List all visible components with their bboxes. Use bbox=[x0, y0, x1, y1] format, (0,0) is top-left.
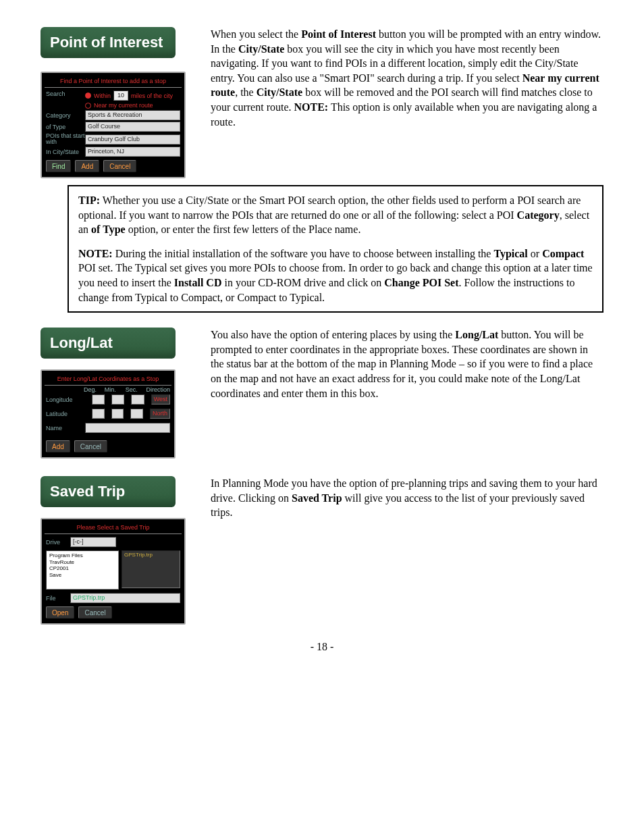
find-button[interactable]: Find bbox=[46, 160, 71, 172]
saved-dialog: Please Select a Saved Trip Drive [-c-] P… bbox=[41, 518, 186, 625]
category-label: Category bbox=[46, 112, 85, 119]
drive-label: Drive bbox=[46, 539, 68, 546]
name-input[interactable] bbox=[85, 423, 170, 433]
col-sec: Sec. bbox=[126, 386, 140, 393]
cancel-button[interactable]: Cancel bbox=[103, 160, 136, 172]
category-select[interactable]: Sports & Recreation bbox=[85, 110, 180, 120]
radio-within[interactable]: Within 10 miles of the city bbox=[85, 90, 180, 101]
lat-dir-select[interactable]: North bbox=[150, 409, 170, 419]
file-label: File bbox=[46, 595, 68, 602]
section-header-saved: Saved Trip bbox=[41, 476, 176, 507]
pois-label: POIs that start with bbox=[46, 133, 85, 145]
file-input[interactable]: GPSTrip.trp bbox=[70, 593, 180, 603]
longlat-dialog-title: Enter Long/Lat Coordinates as a Stop bbox=[45, 373, 171, 386]
open-button[interactable]: Open bbox=[46, 606, 74, 619]
drive-select[interactable]: [-c-] bbox=[70, 537, 116, 547]
tree-item[interactable]: Program Files bbox=[49, 552, 115, 559]
latitude-label: Latitude bbox=[46, 411, 85, 417]
file-list[interactable]: GPSTrip.trp bbox=[122, 550, 180, 588]
long-sec-input[interactable] bbox=[131, 394, 144, 405]
page-number: - 18 - bbox=[41, 641, 603, 653]
cancel-button[interactable]: Cancel bbox=[78, 606, 111, 619]
saved-dialog-title: Please Select a Saved Trip bbox=[45, 522, 182, 534]
saved-body-text: In Planning Mode you have the option of … bbox=[211, 476, 603, 520]
miles-input[interactable]: 10 bbox=[113, 90, 128, 101]
radio-dot-icon bbox=[85, 93, 91, 99]
folder-tree[interactable]: Program Files TravRoute CP2001 Save bbox=[46, 550, 119, 590]
lat-min-input[interactable] bbox=[111, 409, 124, 419]
radio-dot-icon bbox=[85, 103, 91, 109]
section-header-poi: Point of Interest bbox=[41, 27, 176, 58]
poi-dialog: Find a Point of Interest to add as a sto… bbox=[41, 72, 186, 178]
long-dir-select[interactable]: West bbox=[151, 394, 170, 405]
add-button[interactable]: Add bbox=[75, 160, 99, 172]
col-deg: Deg. bbox=[84, 386, 98, 393]
type-select[interactable]: Golf Course bbox=[85, 122, 180, 132]
city-input[interactable]: Princeton, NJ bbox=[85, 147, 180, 157]
lat-sec-input[interactable] bbox=[130, 409, 143, 419]
city-label: In City/State bbox=[46, 149, 85, 155]
long-deg-input[interactable] bbox=[92, 394, 105, 405]
longlat-body-text: You also have the option of entering pla… bbox=[211, 328, 603, 400]
tip-note-box: TIP: Whether you use a City/State or the… bbox=[68, 185, 603, 313]
tree-item[interactable]: Save bbox=[49, 572, 115, 579]
poi-dialog-title: Find a Point of Interest to add as a sto… bbox=[45, 76, 182, 88]
lat-deg-input[interactable] bbox=[92, 409, 105, 419]
poi-body-text: When you select the Point of Interest bu… bbox=[211, 27, 603, 129]
longlat-dialog: Enter Long/Lat Coordinates as a Stop Deg… bbox=[41, 369, 176, 459]
search-label: Search bbox=[46, 90, 85, 97]
tree-item[interactable]: CP2001 bbox=[49, 565, 115, 572]
col-min: Min. bbox=[105, 386, 119, 393]
name-label: Name bbox=[46, 425, 85, 432]
type-label: of Type bbox=[46, 124, 85, 130]
radio-near-route[interactable]: Near my current route bbox=[85, 102, 180, 109]
col-dir: Direction bbox=[146, 386, 170, 393]
tree-item[interactable]: TravRoute bbox=[49, 559, 115, 566]
add-button[interactable]: Add bbox=[46, 440, 70, 452]
section-header-longlat: Long/Lat bbox=[41, 328, 176, 359]
long-min-input[interactable] bbox=[111, 394, 124, 405]
cancel-button[interactable]: Cancel bbox=[74, 440, 107, 452]
longitude-label: Longitude bbox=[46, 396, 85, 403]
pois-input[interactable]: Cranbury Golf Club bbox=[85, 134, 180, 145]
